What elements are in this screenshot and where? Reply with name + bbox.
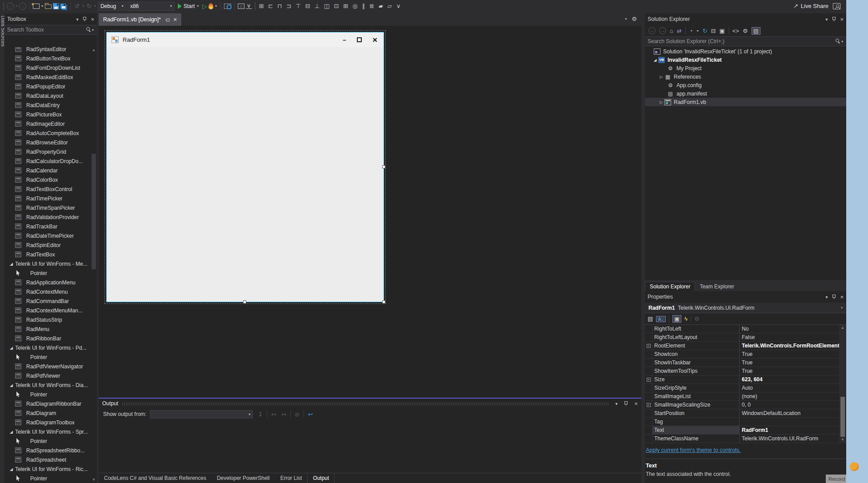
toolbox-item[interactable]: RadSpinEditor	[4, 240, 91, 250]
window-position-icon[interactable]: ▾	[615, 401, 617, 406]
property-pages-icon[interactable]: ⚙	[694, 315, 700, 322]
close-icon[interactable]: ×	[840, 16, 844, 23]
navigate-forward-icon[interactable]: →	[19, 3, 26, 10]
property-value[interactable]: (none)	[742, 393, 757, 399]
search-icon[interactable]	[836, 39, 841, 44]
toolbox-item[interactable]: Pointer	[4, 474, 91, 483]
pin-icon[interactable]	[82, 17, 87, 22]
toolbox-item[interactable]: RadSpreadsheetRibbo...	[4, 446, 91, 455]
solution-tree-item[interactable]: ▷RadForm1.vb	[645, 98, 846, 106]
solution-tree-item[interactable]: ▷References	[645, 72, 846, 81]
output-source-combo[interactable]: ▾	[150, 410, 253, 419]
category-expander-icon[interactable]: ◢	[10, 346, 13, 350]
toolbox-item[interactable]: RadImageEditor	[4, 119, 91, 128]
send-to-back-icon[interactable]: ▱	[387, 3, 393, 10]
window-position-icon[interactable]: ▾	[76, 17, 78, 22]
pin-icon[interactable]	[832, 17, 836, 22]
scrollbar-thumb[interactable]	[92, 154, 96, 269]
toolbox-item[interactable]: RadDiagram	[4, 408, 91, 418]
property-value[interactable]: True	[742, 359, 752, 366]
document-tab-radform1[interactable]: RadForm1.vb [Design]* ×	[99, 13, 181, 26]
expand-icon[interactable]: +	[647, 344, 651, 348]
align-tops-icon[interactable]: ⊤	[295, 3, 301, 10]
window-position-icon[interactable]: ▾	[825, 295, 828, 299]
toolbox-item[interactable]: RadStatusStrip	[4, 315, 91, 324]
property-name[interactable]: Text	[652, 426, 740, 434]
redo-dropdown-icon[interactable]: ▾	[94, 4, 96, 8]
scroll-down-icon[interactable]: ▼	[839, 437, 846, 443]
toolbox-item[interactable]: RadValidationProvider	[4, 212, 91, 222]
property-grid-scrollbar[interactable]: ▲ ▼	[839, 325, 846, 443]
solution-platform-combo[interactable]: x86 ▾	[128, 2, 175, 11]
toolbar-overflow-icon[interactable]: ∨	[396, 3, 402, 10]
tree-expander-icon[interactable]: ◢	[652, 58, 658, 62]
property-row[interactable]: +Size623, 604	[645, 375, 846, 384]
toolbox-item[interactable]: RadDiagramToolbox	[4, 418, 91, 427]
property-name[interactable]: Tag	[652, 418, 740, 426]
toolbox-category[interactable]: ◢Telerik UI for WinForms - Dia...	[4, 380, 91, 390]
live-share-button[interactable]: ↗ Live Share	[793, 3, 828, 9]
property-row[interactable]: SizeGripStyleAuto	[645, 384, 846, 392]
start-debugging-button[interactable]: Start ▾	[176, 3, 201, 9]
clear-all-icon[interactable]: ⊘	[293, 411, 301, 418]
align-to-grid-icon[interactable]: ⊞	[258, 3, 265, 10]
property-value[interactable]: True	[742, 368, 752, 374]
panel-drag-grip[interactable]	[122, 402, 609, 406]
save-all-icon[interactable]	[60, 4, 66, 9]
scroll-up-icon[interactable]: ▲	[91, 47, 97, 53]
toolbox-item[interactable]: RadApplicationMenu	[4, 278, 91, 287]
toolbox-item[interactable]: RadTextBox	[4, 250, 91, 259]
toolbar-grip[interactable]	[254, 2, 256, 10]
toolbox-item[interactable]: RadTimeSpanPicker	[4, 203, 91, 212]
toolbox-item[interactable]: RadButtonTextBox	[4, 54, 91, 63]
redo-icon[interactable]: ↻	[86, 3, 92, 10]
navigate-back-icon[interactable]: ←	[7, 3, 14, 10]
category-expander-icon[interactable]: ◢	[10, 262, 13, 266]
toolbox-item[interactable]: RadSpreadsheet	[4, 455, 91, 464]
make-same-width-icon[interactable]: ◫	[323, 3, 330, 10]
toolbox-item[interactable]: RadRibbonBar	[4, 334, 91, 343]
toolbar-overflow-icon[interactable]: ∨	[246, 3, 252, 9]
tree-expander-icon[interactable]: ▷	[658, 100, 664, 104]
properties-icon[interactable]: ⚙	[743, 28, 748, 34]
property-row[interactable]: ShowIconTrue	[645, 350, 846, 359]
bottom-tab-codelens-c-and-visual-basic-references[interactable]: CodeLens C# and Visual Basic References	[99, 473, 212, 483]
toolbox-item[interactable]: RadTextBoxControl	[4, 184, 91, 194]
expand-icon[interactable]: +	[647, 378, 651, 382]
tab-solution-explorer[interactable]: Solution Explorer	[645, 282, 695, 291]
forward-icon[interactable]: →	[659, 27, 666, 34]
property-name[interactable]: SizeGripStyle	[652, 384, 740, 392]
toolbox-item[interactable]: RadContextMenuMan...	[4, 306, 91, 315]
toolbox-item[interactable]: RadFontDropDownList	[4, 63, 91, 72]
form-designer-surface[interactable]: RadForm1 – ×	[99, 26, 641, 398]
vertical-spacing-icon[interactable]: ≣	[368, 3, 375, 10]
property-value[interactable]: True	[742, 351, 752, 357]
property-value[interactable]: Telerik.WinControls.FormRootElement	[742, 343, 840, 349]
property-value[interactable]: No	[742, 326, 748, 332]
property-value[interactable]: 0, 0	[742, 402, 751, 408]
toolbox-item[interactable]: RadMenu	[4, 324, 91, 334]
pin-icon[interactable]	[624, 401, 628, 406]
save-icon[interactable]	[53, 3, 59, 9]
pending-changes-filter-icon[interactable]: ◔	[689, 28, 693, 34]
property-value[interactable]: WindowsDefaultLocation	[742, 410, 800, 416]
open-file-icon[interactable]	[45, 4, 52, 9]
next-message-icon[interactable]: ↦	[280, 411, 288, 418]
solution-tree-item[interactable]: app.manifest	[645, 89, 846, 98]
category-expander-icon[interactable]: ◢	[10, 383, 13, 387]
property-row[interactable]: ShowItemToolTipsTrue	[645, 367, 846, 375]
sync-with-active-document-icon[interactable]: ▣	[719, 28, 724, 34]
property-row[interactable]: StartPositionWindowsDefaultLocation	[645, 409, 846, 418]
toolbox-item[interactable]: RadTimePicker	[4, 194, 91, 203]
toolbar-grip[interactable]	[3, 2, 4, 10]
property-value[interactable]: False	[742, 334, 755, 340]
view-code-icon[interactable]: <>	[732, 28, 739, 34]
bottom-tab-developer-powershell[interactable]: Developer PowerShell	[212, 473, 275, 483]
toolbox-item[interactable]: Pointer	[4, 390, 91, 399]
size-to-grid-icon[interactable]: ◎	[352, 3, 358, 10]
property-name[interactable]: StartPosition	[652, 409, 740, 417]
toggle-word-wrap-icon[interactable]: ↩	[307, 411, 314, 418]
property-row[interactable]: RightToLeftNo	[645, 325, 846, 333]
categorized-icon[interactable]: ▤	[648, 315, 653, 322]
toolbox-category[interactable]: ◢Telerik UI for WinForms - Pd...	[4, 343, 91, 352]
